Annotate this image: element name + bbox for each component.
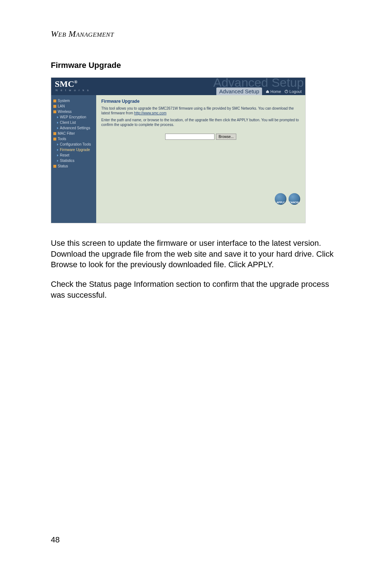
arrow-icon [57,154,58,156]
folder-icon [53,165,56,168]
page-number: 48 [51,535,60,545]
app-header: SMC® N e t w o r k s Advanced Setup Adva… [51,78,305,95]
file-upload-row: Browse... [101,134,300,140]
sidebar-item-mac-filter[interactable]: MAC Filter [53,131,95,136]
arrow-icon [57,160,58,162]
sidebar-label: Tools [58,136,66,142]
chapter-title: Web Management [51,29,341,39]
registered-icon: ® [74,80,77,85]
arrow-icon [57,116,58,118]
sidebar-item-reset[interactable]: Reset [53,152,95,158]
sidebar-label: WEP Encryption [60,114,86,120]
sidebar-item-statistics[interactable]: Statistics [53,158,95,163]
router-screenshot: SMC® N e t w o r k s Advanced Setup Adva… [51,77,306,223]
sidebar-item-wireless[interactable]: Wireless [53,109,95,114]
sidebar-item-adv-settings[interactable]: Advanced Settings [53,125,95,131]
folder-icon [53,138,56,141]
logout-label: Logout [289,89,302,94]
apply-button[interactable]: APPLY [275,193,286,205]
sidebar-label: Statistics [60,158,74,163]
sidebar: System LAN Wireless WEP Encryption Clien… [51,95,96,223]
sidebar-item-client-list[interactable]: Client List [53,120,95,125]
folder-icon [53,105,56,108]
firmware-file-input[interactable] [165,134,215,140]
sidebar-label: Advanced Settings [60,125,90,131]
body-paragraph-1: Use this screen to update the firmware o… [51,238,341,270]
paragraph-text: This tool allows you to upgrade the SMC2… [101,106,294,115]
browse-button[interactable]: Browse... [216,134,236,140]
sidebar-item-lan[interactable]: LAN [53,103,95,109]
sidebar-item-wep[interactable]: WEP Encryption [53,114,95,120]
brand-logo: SMC® [55,79,77,89]
brand-subtext: N e t w o r k s [56,89,90,92]
sidebar-label: Wireless [58,109,72,114]
home-link[interactable]: Home [264,89,283,95]
sidebar-item-firmware-upgrade[interactable]: Firmware Upgrade [53,147,95,152]
sidebar-label: Configuration Tools [60,142,91,147]
folder-icon [53,110,56,113]
body-paragraph-2: Check the Status page Information sectio… [51,279,341,300]
logo-text: SMC [55,79,74,89]
sidebar-item-status[interactable]: Status [53,163,95,169]
panel-paragraph-1: This tool allows you to upgrade the SMC2… [101,106,300,115]
arrow-icon [57,122,58,124]
folder-icon [53,132,56,135]
panel-title: Firmware Upgrade [101,99,300,104]
sidebar-label: MAC Filter [58,131,75,136]
action-buttons: APPLY CANCEL [275,193,300,205]
header-ghost-title: Advanced Setup [213,77,304,90]
sidebar-label: Client List [60,120,76,125]
sidebar-label: Status [58,163,68,169]
cancel-button[interactable]: CANCEL [289,193,300,205]
sidebar-item-tools[interactable]: Tools [53,136,95,142]
sidebar-item-system[interactable]: System [53,98,95,103]
section-title: Firmware Upgrade [51,61,341,70]
main-panel: Firmware Upgrade This tool allows you to… [96,95,305,223]
panel-paragraph-2: Enter the path and name, or browse to th… [101,118,300,127]
arrow-icon [57,143,58,146]
logout-icon [285,90,288,93]
arrow-icon [57,149,58,151]
home-icon [266,90,269,93]
home-label: Home [270,89,281,94]
sidebar-item-config-tools[interactable]: Configuration Tools [53,142,95,147]
sidebar-label: LAN [58,103,65,109]
arrow-icon [57,127,58,129]
sidebar-label: Firmware Upgrade [60,147,90,152]
sidebar-label: System [58,98,70,103]
sidebar-label: Reset [60,152,69,158]
folder-icon [53,99,56,102]
logout-link[interactable]: Logout [283,89,304,95]
firmware-source-link[interactable]: http://www.smc.com [134,111,167,115]
